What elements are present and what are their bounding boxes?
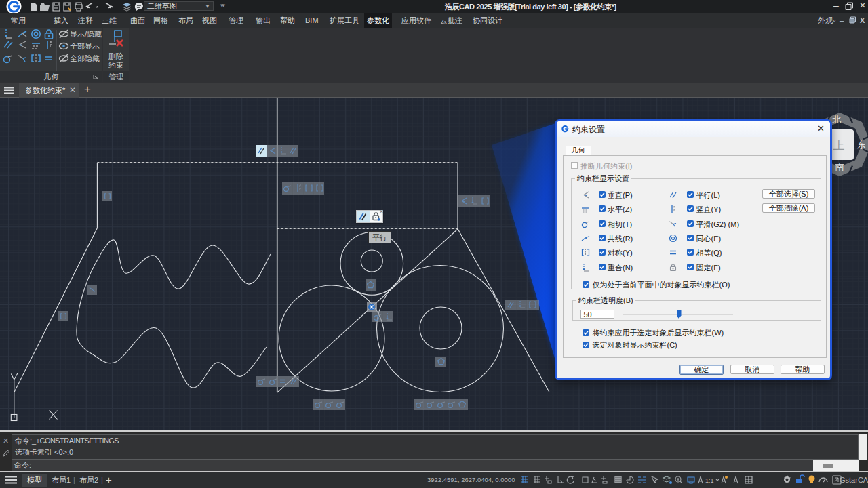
svg-text:GstarCAD: GstarCAD (840, 476, 868, 484)
svg-text:南: 南 (835, 162, 844, 172)
svg-text:上: 上 (833, 139, 845, 152)
svg-text:东: 东 (857, 140, 866, 150)
svg-text:北: 北 (833, 115, 842, 125)
svg-text:1:1: 1:1 (705, 477, 714, 484)
